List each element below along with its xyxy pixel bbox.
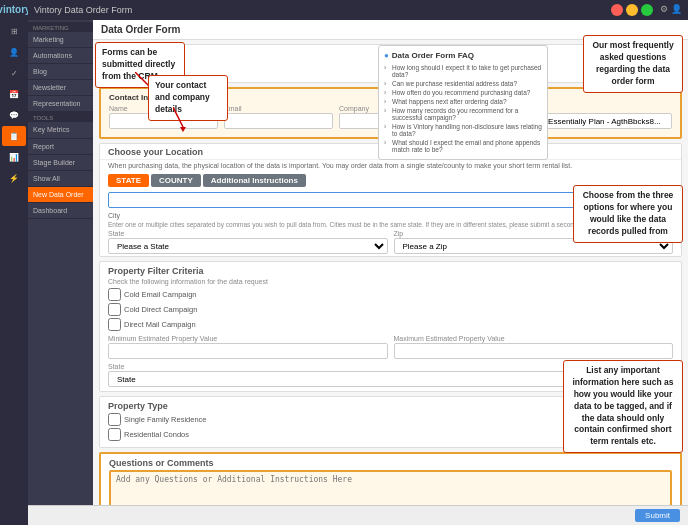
faq-item-4: What happens next after ordering data? [384, 97, 542, 106]
checkbox-cold-email-input[interactable] [108, 288, 121, 301]
city-row: State Please a State Zip Please a Zip [108, 230, 673, 254]
location-description: When purchasing data, the physical locat… [100, 160, 681, 171]
sidebar-item-dashboard[interactable]: ⊞ [2, 21, 26, 41]
checkbox-cold-email: Cold Email Campaign [108, 288, 673, 301]
sidebar-item-contacts[interactable]: 👤 [2, 42, 26, 62]
property-filter-title: Property Filter Criteria [108, 266, 673, 276]
faq-item-6: How is Vintory handling non-disclosure l… [384, 122, 542, 138]
state-select[interactable]: Please a State [108, 238, 388, 254]
left-nav-item-show-all[interactable]: Show All [28, 171, 93, 187]
name-label: Name [109, 105, 218, 112]
min-value-group: Minimum Estimated Property Value [108, 335, 388, 359]
property-value-row: Minimum Estimated Property Value Maximum… [108, 335, 673, 359]
comments-title: Questions or Comments [109, 458, 672, 468]
name-group: Name [109, 105, 218, 129]
topbar: Vintory Data Order Form ⚙ 👤 [28, 0, 688, 20]
tab-state[interactable]: STATE [108, 174, 149, 187]
location-tabs: STATE COUNTY Additional Instructions [100, 171, 681, 190]
faq-item-2: Can we purchase residential address data… [384, 79, 542, 88]
left-nav-item-new-data-order[interactable]: New Data Order [28, 187, 93, 203]
left-nav-item-key-metrics[interactable]: Key Metrics [28, 122, 93, 138]
settings-icon[interactable]: ⚙ [660, 4, 668, 16]
property-filter-subtitle: Check the following information for the … [108, 278, 673, 285]
topbar-title: Vintory Data Order Form [34, 5, 132, 15]
checkbox-sfr-input[interactable] [108, 413, 121, 426]
left-nav-item-report[interactable]: Report [28, 139, 93, 155]
filter-state-select[interactable]: State [108, 371, 673, 387]
faq-box: ● Data Order Form FAQ How long should I … [378, 45, 548, 160]
user-icon: 👤 [671, 4, 682, 16]
left-nav-item-dashboard[interactable]: Dashboard [28, 203, 93, 219]
checkbox-condos: Residential Condos [108, 428, 673, 441]
topbar-icons: ⚙ 👤 [611, 4, 682, 16]
min-value-label: Minimum Estimated Property Value [108, 335, 388, 342]
sidebar-item-conversations[interactable]: 💬 [2, 105, 26, 125]
city-label: City [108, 212, 673, 219]
left-nav-item-blog[interactable]: Blog [28, 64, 93, 80]
checkbox-direct-mail-input[interactable] [108, 318, 121, 331]
name-input[interactable] [109, 113, 218, 129]
state-label: State [108, 230, 388, 237]
location-section: Choose your Location When purchasing dat… [99, 143, 682, 257]
bottom-bar: Submit [28, 505, 688, 525]
checkbox-condos-label: Residential Condos [124, 430, 189, 439]
left-nav-item-stage-builder[interactable]: Stage Builder [28, 155, 93, 171]
content-area: Marketing Marketing Automations Blog New… [28, 20, 688, 505]
sidebar-item-automation[interactable]: ⚡ [2, 168, 26, 188]
checkbox-sfr: Single Family Residence [108, 413, 673, 426]
left-nav-item-representation[interactable]: Representation [28, 96, 93, 112]
max-value-group: Maximum Estimated Property Value [394, 335, 674, 359]
checkbox-direct-mail: Direct Mail Campaign [108, 318, 673, 331]
faq-radio-icon: ● [384, 51, 389, 60]
minimize-icon[interactable] [626, 4, 638, 16]
max-value-label: Maximum Estimated Property Value [394, 335, 674, 342]
form-title: Data Order Form [101, 24, 180, 35]
zip-select[interactable]: Please a Zip [394, 238, 674, 254]
email-group: Email [224, 105, 333, 129]
main-area: Vintory Data Order Form ⚙ 👤 Marketing Ma… [28, 0, 688, 525]
left-nav-item-automations[interactable]: Automations [28, 48, 93, 64]
checkbox-sfr-label: Single Family Residence [124, 415, 207, 424]
property-type-section: Property Type Single Family Residence Re… [99, 396, 682, 448]
state-zip-row: State State [108, 363, 673, 387]
zip-label: Zip [394, 230, 674, 237]
min-value-input[interactable] [108, 343, 388, 359]
email-input[interactable] [224, 113, 333, 129]
zip-group: Zip Please a Zip [394, 230, 674, 254]
tab-county[interactable]: COUNTY [151, 174, 201, 187]
app-logo: vintory [0, 4, 31, 15]
max-value-input[interactable] [394, 343, 674, 359]
maximize-icon[interactable] [641, 4, 653, 16]
sidebar-item-reports[interactable]: 📊 [2, 147, 26, 167]
submit-button[interactable]: Submit [635, 509, 680, 522]
details-input[interactable] [108, 62, 148, 78]
left-nav-item-newsletter[interactable]: Newsletter [28, 80, 93, 96]
left-nav: Marketing Marketing Automations Blog New… [28, 20, 93, 505]
faq-title: ● Data Order Form FAQ [384, 51, 542, 60]
filter-state-label: State [108, 363, 673, 370]
left-nav-item-marketing[interactable]: Marketing [28, 32, 93, 48]
city-description: Enter one or multiple cities separated b… [108, 221, 673, 228]
city-section: City Enter one or multiple cities separa… [100, 210, 681, 256]
close-icon[interactable] [611, 4, 623, 16]
sidebar-item-calendar[interactable]: 📅 [2, 84, 26, 104]
tab-additional[interactable]: Additional Instructions [203, 174, 306, 187]
form-header: Data Order Form [93, 20, 688, 40]
checkbox-cold-direct-label: Cold Direct Campaign [124, 305, 197, 314]
checkbox-condos-input[interactable] [108, 428, 121, 441]
comments-textarea[interactable] [109, 470, 672, 505]
checkbox-direct-mail-label: Direct Mail Campaign [124, 320, 196, 329]
faq-item-3: How often do you recommend purchasing da… [384, 88, 542, 97]
faq-item-1: How long should I expect it to take to g… [384, 63, 542, 79]
filter-state-group: State State [108, 363, 673, 387]
email-label: Email [224, 105, 333, 112]
location-search-input[interactable] [108, 192, 673, 208]
faq-item-5: How many records do you recommend for a … [384, 106, 542, 122]
checkbox-cold-direct-input[interactable] [108, 303, 121, 316]
left-nav-section-tools: Tools [28, 112, 93, 122]
form-area: Data Order Form ● Data Order Form FAQ Ho… [93, 20, 688, 505]
checkbox-cold-direct: Cold Direct Campaign [108, 303, 673, 316]
faq-item-7: What should I expect the email and phone… [384, 138, 542, 154]
sidebar-item-data-order[interactable]: 📋 [2, 126, 26, 146]
sidebar-item-tasks[interactable]: ✓ [2, 63, 26, 83]
